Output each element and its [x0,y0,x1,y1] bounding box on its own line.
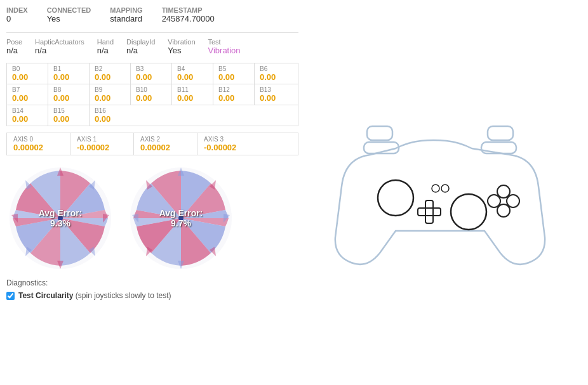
b16-label: B16 [95,107,126,114]
button-cell-b9: B9 0.00 [90,84,131,105]
info-row: Pose n/a HapticActuators n/a Hand n/a Di… [6,32,298,55]
b12-label: B12 [218,86,249,93]
axis2-cell: AXIS 2 0.00002 [134,133,197,155]
circularity-chart-2 [127,164,235,272]
button-cell-b8: B8 0.00 [48,84,90,105]
svg-point-15 [497,204,510,217]
test-circularity-row: Test Circularity (spin joysticks slowly … [6,291,298,300]
pose-col: Pose n/a [6,38,22,55]
b8-label: B8 [53,86,84,93]
axis0-label: AXIS 0 [13,136,63,143]
b4-label: B4 [177,65,208,72]
svg-rect-5 [481,142,516,153]
timestamp-value: 245874.70000 [162,14,215,23]
button-cell-b3: B3 0.00 [131,63,172,84]
mapping-value: standard [110,14,142,23]
button-row-1: B0 0.00 B1 0.00 B2 0.00 B3 0.00 B4 0.0 [7,63,298,84]
b0-label: B0 [12,65,43,72]
svg-point-14 [488,195,500,207]
svg-point-9 [451,194,486,230]
axis1-value: -0.00002 [77,143,109,152]
b5-value: 0.00 [218,72,234,82]
test-circularity-checkbox[interactable] [6,292,15,300]
displayid-col: DisplayId n/a [126,38,155,55]
b9-label: B9 [95,86,125,93]
button-cell-b12: B12 0.00 [213,84,255,105]
svg-point-3 [178,216,184,221]
index-col: INDEX 0 [6,6,28,23]
axis0-value: 0.00002 [13,143,43,152]
mapping-label: MAPPING [110,6,142,14]
displayid-label: DisplayId [126,38,155,46]
button-cell-b7: B7 0.00 [7,84,48,105]
b10-label: B10 [136,86,166,93]
button-cell-b11: B11 0.00 [172,84,213,105]
hand-col: Hand n/a [97,38,114,55]
button-cell-b1: B1 0.00 [48,63,90,84]
b7-value: 0.00 [12,93,28,103]
button-cell-b16: B16 0.00 [90,105,131,126]
b2-label: B2 [95,65,125,72]
chart-2: Avg Error: 9.7% [127,164,235,272]
b14-label: B14 [12,107,43,114]
b11-value: 0.00 [177,93,193,103]
timestamp-label: TIMESTAMP [162,6,215,14]
axis-row: AXIS 0 0.00002 AXIS 1 -0.00002 AXIS 2 0.… [6,133,298,155]
svg-point-8 [378,180,413,216]
hand-label: Hand [97,38,114,46]
gamepad-illustration [332,104,548,282]
b15-value: 0.00 [53,114,69,124]
b13-value: 0.00 [260,93,276,103]
haptic-value: n/a [35,46,46,55]
button-cell-b13: B13 0.00 [255,84,296,105]
left-panel: INDEX 0 CONNECTED Yes MAPPING standard T… [6,6,298,379]
pose-value: n/a [6,46,18,55]
svg-rect-7 [488,126,513,140]
hand-value: n/a [97,46,109,55]
b14-value: 0.00 [12,114,28,124]
svg-rect-11 [418,208,441,216]
vibration-label: Vibration [168,38,195,46]
b3-value: 0.00 [136,72,152,82]
test-circularity-label[interactable]: Test Circularity (spin joysticks slowly … [18,291,171,300]
b0-value: 0.00 [12,72,28,82]
b10-value: 0.00 [136,93,152,103]
svg-point-13 [507,195,519,207]
timestamp-col: TIMESTAMP 245874.70000 [162,6,215,23]
b12-value: 0.00 [218,93,234,103]
button-row-3: B14 0.00 B15 0.00 B16 0.00 [7,105,298,126]
svg-point-12 [497,185,510,198]
axis1-label: AXIS 1 [77,136,127,143]
button-grid: B0 0.00 B1 0.00 B2 0.00 B3 0.00 B4 0.0 [6,63,298,126]
b2-value: 0.00 [95,72,110,82]
main-container: INDEX 0 CONNECTED Yes MAPPING standard T… [0,0,588,385]
button-cell-b10: B10 0.00 [131,84,172,105]
b16-value: 0.00 [95,114,110,124]
svg-point-17 [441,185,449,192]
button-cell-b14: B14 0.00 [7,105,48,126]
haptic-col: HapticActuators n/a [35,38,84,55]
b3-label: B3 [136,65,166,72]
test-col: Test Vibration [208,38,241,55]
pose-label: Pose [6,38,22,46]
svg-point-16 [432,185,439,192]
axis1-cell: AXIS 1 -0.00002 [70,133,134,155]
index-value: 0 [6,14,11,23]
svg-rect-6 [367,126,392,140]
haptic-label: HapticActuators [35,38,84,46]
b6-label: B6 [260,65,291,72]
button-cell-b6: B6 0.00 [255,63,296,84]
test-value[interactable]: Vibration [208,46,241,55]
b11-label: B11 [177,86,208,93]
right-panel [298,6,582,379]
b15-label: B15 [53,107,84,114]
charts-row: Avg Error: 9.3% [6,164,298,272]
diagnostics-label: Diagnostics: [6,278,298,287]
b8-value: 0.00 [53,93,69,103]
circularity-chart-1 [6,164,114,272]
test-circularity-bold: Test Circularity [18,291,73,300]
button-cell-b5: B5 0.00 [213,63,255,84]
vibration-value: Yes [168,46,181,55]
axis0-cell: AXIS 0 0.00002 [7,133,70,155]
button-cell-b0: B0 0.00 [7,63,48,84]
